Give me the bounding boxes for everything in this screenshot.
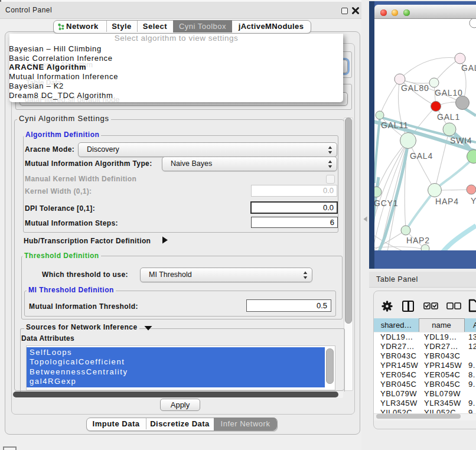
svg-text:GAL4: GAL4: [410, 151, 433, 161]
svg-text:HAP2: HAP2: [406, 236, 430, 245]
svg-text:HAP4: HAP4: [435, 197, 459, 206]
svg-text:GAL80: GAL80: [401, 83, 429, 93]
svg-text:GAL7: GAL7: [461, 63, 476, 73]
svg-text:Y: Y: [471, 196, 476, 206]
svg-text:GAL1: GAL1: [437, 112, 460, 122]
svg-text:GAL11: GAL11: [381, 120, 409, 130]
svg-text:SWI4: SWI4: [450, 136, 472, 145]
svg-text:GCY1: GCY1: [374, 198, 398, 208]
svg-text:GAL10: GAL10: [435, 88, 463, 97]
